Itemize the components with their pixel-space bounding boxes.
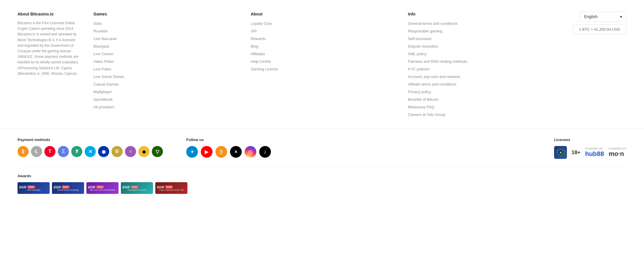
- info-link-terms[interactable]: General terms and conditions: [408, 21, 457, 26]
- list-item[interactable]: Privacy policy: [408, 89, 556, 94]
- about-link-vip[interactable]: VIP: [251, 29, 257, 33]
- egr-label: EGR: [54, 185, 61, 189]
- games-link-live-baccarat[interactable]: Live Baccarat: [93, 36, 116, 41]
- list-item[interactable]: Live Poker: [93, 67, 242, 71]
- list-item[interactable]: Fairness and RNG testing methods: [408, 59, 556, 64]
- list-item[interactable]: Blackjack: [93, 44, 242, 48]
- list-item[interactable]: Sportsbook: [93, 97, 242, 102]
- hub88-powered-label: POWERED BY: [585, 147, 603, 150]
- award-text: Social Media Campaign: [57, 189, 79, 191]
- games-link-sportsbook[interactable]: Sportsbook: [93, 97, 113, 102]
- list-item[interactable]: Careers at Yolo Group: [408, 112, 556, 117]
- about-link-blog[interactable]: Blog: [251, 44, 258, 48]
- payment-icon-tron: T: [44, 146, 55, 157]
- games-list: Slots Roulette Live Baccarat Blackjack L…: [93, 21, 242, 109]
- list-item[interactable]: Roulette: [93, 29, 242, 33]
- games-link-all-providers[interactable]: All providers: [93, 105, 114, 109]
- about-link-gaming-license[interactable]: Gaming License: [251, 67, 278, 71]
- hub88-name-label: hub88: [585, 150, 604, 158]
- licenses-section: Licenses ★ 18+: [554, 138, 626, 159]
- info-link-benefits-bitcoin[interactable]: Benefits of Bitcoin: [408, 97, 438, 102]
- games-link-video-poker[interactable]: Video Poker: [93, 59, 114, 64]
- social-icon-youtube[interactable]: ▶: [201, 146, 213, 158]
- list-item[interactable]: Affiliates: [251, 51, 399, 56]
- info-link-privacy[interactable]: Privacy policy: [408, 90, 431, 94]
- list-item[interactable]: Rewards: [251, 36, 399, 41]
- list-item[interactable]: Benefits of Bitcoin: [408, 97, 556, 102]
- games-link-roulette[interactable]: Roulette: [93, 29, 107, 33]
- info-link-self-exclusion[interactable]: Self-exclusion: [408, 36, 431, 41]
- payment-icon-vtc: ▽: [152, 146, 163, 157]
- list-item[interactable]: Metaverse FAQ: [408, 105, 556, 109]
- list-item[interactable]: AML policy: [408, 51, 556, 56]
- info-link-aml[interactable]: AML policy: [408, 52, 426, 56]
- list-item[interactable]: Responsible gaming: [408, 29, 556, 33]
- info-link-fairness[interactable]: Fairness and RNG testing methods: [408, 59, 467, 64]
- social-icon-instagram[interactable]: ◎: [245, 146, 256, 158]
- games-column-title: Games: [93, 12, 242, 16]
- list-item[interactable]: Account, pay-outs and rewards: [408, 74, 556, 79]
- list-item[interactable]: Affiliate terms and conditions: [408, 82, 556, 86]
- info-link-affiliate-terms[interactable]: Affiliate terms and conditions: [408, 82, 456, 86]
- language-label: English: [584, 14, 598, 19]
- footer-bottom-row: Payment methods ₿ Ł T Ξ ₮ ✕ ◉: [18, 138, 626, 159]
- games-link-live-game-shows[interactable]: Live Game Shows: [93, 74, 124, 79]
- games-link-multiplayer[interactable]: Multiplayer: [93, 90, 112, 94]
- list-item[interactable]: Loyalty Club: [251, 21, 399, 26]
- games-link-live-casino[interactable]: Live Casino: [93, 52, 113, 56]
- social-icon-bitcoin[interactable]: ₿: [215, 146, 227, 158]
- social-icon-x[interactable]: ✕: [230, 146, 242, 158]
- payment-icon-bitcoin: ₿: [18, 146, 29, 157]
- about-link-loyalty[interactable]: Loyalty Club: [251, 21, 272, 26]
- award-badge-2020-crm: EGR 2020 CRM campaign: [18, 182, 50, 194]
- list-item[interactable]: Multiplayer: [93, 89, 242, 94]
- payment-icon-dogecoin: Ð: [112, 146, 123, 157]
- license-logos: ★ 18+ POWERED BY hub88 POWERED BY: [554, 146, 626, 159]
- list-item[interactable]: Live Baccarat: [93, 36, 242, 41]
- list-item[interactable]: Gaming License: [251, 67, 399, 71]
- about-link-affiliates[interactable]: Affiliates: [251, 52, 265, 56]
- footer-columns: Games Slots Roulette Live Baccarat Black…: [93, 12, 556, 120]
- list-item[interactable]: Casual Games: [93, 82, 242, 86]
- list-item[interactable]: Live Casino: [93, 51, 242, 56]
- award-text: Best Use of an Ambassador: [90, 189, 115, 191]
- social-icon-telegram[interactable]: ✈: [186, 146, 198, 158]
- list-item[interactable]: Blog: [251, 44, 399, 48]
- list-item[interactable]: All providers: [93, 105, 242, 109]
- award-text: Crypto Operator of the Year: [159, 189, 184, 191]
- award-badge-2023: EGR 2023 Crypto Operator of the Year: [155, 182, 187, 194]
- info-link-account[interactable]: Account, pay-outs and rewards: [408, 74, 460, 79]
- list-item[interactable]: Slots: [93, 21, 242, 26]
- hub88-logo: POWERED BY hub88: [585, 147, 604, 158]
- list-item[interactable]: KYC policies: [408, 67, 556, 71]
- info-link-kyc[interactable]: KYC policies: [408, 67, 429, 71]
- info-link-responsible[interactable]: Responsible gaming: [408, 29, 442, 33]
- payment-methods-section: Payment methods ₿ Ł T Ξ ₮ ✕ ◉: [18, 138, 163, 157]
- games-link-blackjack[interactable]: Blackjack: [93, 44, 109, 48]
- games-link-slots[interactable]: Slots: [93, 21, 102, 26]
- about-link-help-centre[interactable]: Help Centre: [251, 59, 271, 64]
- list-item[interactable]: VIP: [251, 29, 399, 33]
- social-icon-tiktok[interactable]: ♪: [259, 146, 271, 158]
- list-item[interactable]: Self-exclusion: [408, 36, 556, 41]
- games-link-live-poker[interactable]: Live Poker: [93, 67, 111, 71]
- award-year: 2022: [131, 185, 138, 189]
- about-column: About Loyalty Club VIP Rewards Blog Affi…: [251, 12, 399, 120]
- list-item[interactable]: Dispute resolution: [408, 44, 556, 48]
- moon-logo: POWERED BY mo·n: [609, 147, 626, 158]
- award-year: 2020: [62, 185, 69, 189]
- about-link-rewards[interactable]: Rewards: [251, 36, 266, 41]
- payment-icon-litecoin: Ł: [31, 146, 42, 157]
- payment-icon-ethereum: Ξ: [58, 146, 69, 157]
- info-link-careers[interactable]: Careers at Yolo Group: [408, 112, 445, 117]
- list-item[interactable]: Help Centre: [251, 59, 399, 64]
- language-selector[interactable]: English ▾: [580, 12, 626, 22]
- payment-methods-title: Payment methods: [18, 138, 163, 142]
- list-item[interactable]: Video Poker: [93, 59, 242, 64]
- games-link-casual-games[interactable]: Casual Games: [93, 82, 119, 86]
- info-link-metaverse[interactable]: Metaverse FAQ: [408, 105, 434, 109]
- egr-label: EGR: [123, 185, 130, 189]
- list-item[interactable]: Live Game Shows: [93, 74, 242, 79]
- info-link-dispute[interactable]: Dispute resolution: [408, 44, 438, 48]
- list-item[interactable]: General terms and conditions: [408, 21, 556, 26]
